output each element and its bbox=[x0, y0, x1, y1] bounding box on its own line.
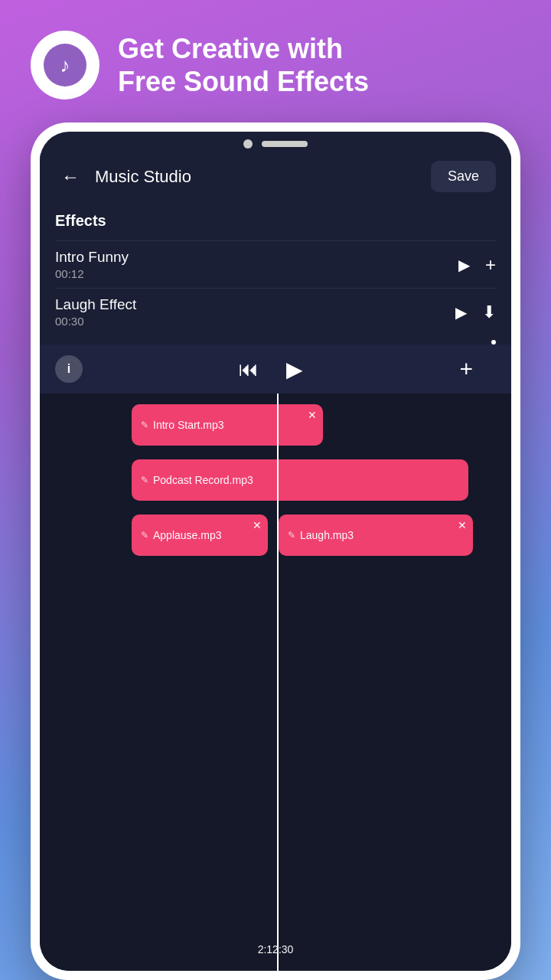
track-clip-intro-start[interactable]: ✎ Intro Start.mp3 ✕ bbox=[132, 404, 323, 446]
timeline-cursor bbox=[277, 394, 279, 971]
clip-label-laugh: Laugh.mp3 bbox=[300, 529, 354, 541]
effect-actions-intro: ▶ + bbox=[458, 254, 496, 276]
track-clip-applause[interactable]: ✎ Applause.mp3 ✕ bbox=[132, 514, 268, 556]
top-header: ♪ Get Creative with Free Sound Effects bbox=[0, 0, 551, 122]
playback-controls: i ⏮ ▶ + bbox=[40, 345, 511, 394]
effect-item-intro-funny: Intro Funny 00:12 ▶ + bbox=[55, 240, 496, 288]
back-button[interactable]: ← bbox=[55, 163, 86, 191]
save-button[interactable]: Save bbox=[431, 161, 496, 192]
clip-label-podcast: Podcast Record.mp3 bbox=[153, 474, 253, 486]
effect-info-laugh: Laugh Effect 00:30 bbox=[55, 296, 455, 328]
add-track-button[interactable]: + bbox=[459, 356, 473, 382]
clip-close-intro-start[interactable]: ✕ bbox=[308, 409, 317, 421]
info-button[interactable]: i bbox=[55, 355, 83, 383]
effect-item-laugh: Laugh Effect 00:30 ▶ ⬇ bbox=[55, 288, 496, 335]
header-text: Get Creative with Free Sound Effects bbox=[118, 32, 369, 98]
edit-icon: ✎ bbox=[141, 420, 148, 430]
edit-icon: ✎ bbox=[141, 530, 148, 541]
edit-icon: ✎ bbox=[288, 530, 295, 541]
music-logo-icon: ♪ bbox=[44, 44, 86, 87]
clip-label-intro-start: Intro Start.mp3 bbox=[153, 419, 224, 431]
effects-label: Effects bbox=[55, 212, 496, 230]
phone-mockup: ← Music Studio Save Effects Intro Funny … bbox=[31, 122, 520, 980]
clip-label-applause: Applause.mp3 bbox=[153, 529, 222, 541]
effect-info-intro: Intro Funny 00:12 bbox=[55, 249, 458, 280]
effect-name-laugh: Laugh Effect bbox=[55, 296, 455, 313]
track-clip-laugh[interactable]: ✎ Laugh.mp3 ✕ bbox=[279, 514, 473, 556]
timeline-area: ✎ Intro Start.mp3 ✕ ✎ Podcast Record.mp3… bbox=[40, 394, 511, 971]
effects-section: Effects Intro Funny 00:12 ▶ + Laugh Effe… bbox=[40, 200, 511, 345]
effect-actions-laugh: ▶ ⬇ bbox=[455, 302, 496, 322]
phone-inner: ← Music Studio Save Effects Intro Funny … bbox=[40, 132, 511, 971]
clip-close-laugh[interactable]: ✕ bbox=[458, 519, 467, 531]
track-clip-podcast[interactable]: ✎ Podcast Record.mp3 bbox=[132, 459, 468, 501]
phone-top-bar bbox=[40, 132, 511, 153]
effect-play-button-intro[interactable]: ▶ bbox=[458, 256, 470, 274]
clip-close-applause[interactable]: ✕ bbox=[253, 519, 262, 531]
effect-play-button-laugh[interactable]: ▶ bbox=[455, 303, 467, 322]
effect-name-intro: Intro Funny bbox=[55, 249, 458, 266]
effect-add-button-intro[interactable]: + bbox=[485, 254, 496, 276]
timeline-time: 2:12:30 bbox=[258, 943, 294, 956]
toolbar-title: Music Studio bbox=[95, 167, 422, 187]
phone-camera bbox=[243, 139, 253, 149]
music-logo: ♪ bbox=[31, 31, 99, 100]
play-button[interactable]: ▶ bbox=[286, 357, 303, 382]
edit-icon: ✎ bbox=[141, 475, 148, 485]
effect-download-button-laugh[interactable]: ⬇ bbox=[482, 302, 496, 322]
phone-speaker bbox=[262, 141, 308, 147]
app-toolbar: ← Music Studio Save bbox=[40, 153, 511, 200]
skip-back-button[interactable]: ⏮ bbox=[239, 358, 259, 381]
effect-duration-intro: 00:12 bbox=[55, 267, 458, 280]
effect-duration-laugh: 00:30 bbox=[55, 315, 455, 328]
